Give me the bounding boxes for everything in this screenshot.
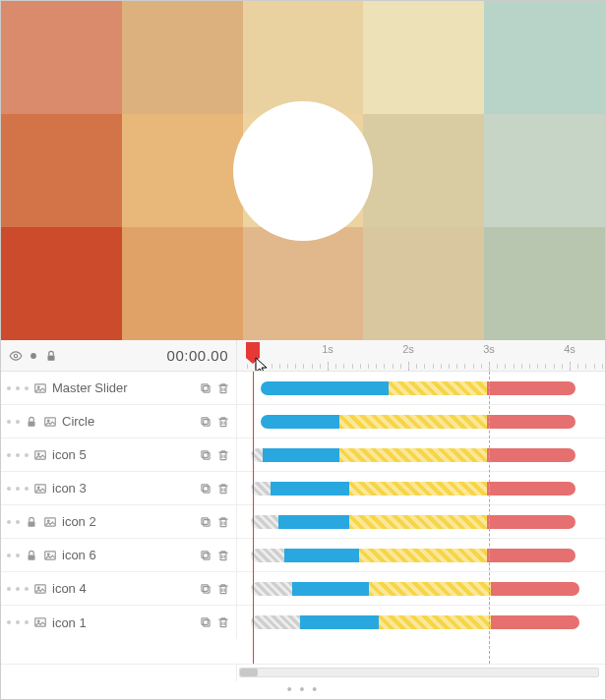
lock-icon[interactable] — [25, 415, 38, 429]
bar-segment-blue[interactable] — [271, 482, 349, 496]
duplicate-button[interactable] — [199, 515, 212, 529]
solo-toggle[interactable] — [16, 620, 20, 624]
bar-segment-gray[interactable] — [251, 515, 278, 529]
lock-toggle[interactable] — [25, 620, 29, 624]
delete-button[interactable] — [216, 615, 230, 629]
layer-name[interactable]: icon 5 — [52, 447, 87, 462]
layer-track[interactable] — [237, 438, 605, 471]
solo-column-icon[interactable] — [27, 349, 40, 363]
solo-toggle[interactable] — [16, 420, 20, 424]
duplicate-button[interactable] — [199, 582, 212, 596]
lock-column-icon[interactable] — [44, 349, 58, 363]
lock-toggle[interactable] — [25, 487, 29, 491]
lock-toggle[interactable] — [25, 453, 29, 457]
duplicate-button[interactable] — [199, 615, 212, 629]
duplicate-button[interactable] — [199, 482, 212, 496]
layer-name[interactable]: icon 1 — [52, 615, 87, 630]
layer-name[interactable]: icon 2 — [62, 514, 96, 529]
bar-segment-red[interactable] — [487, 448, 576, 462]
animation-bar[interactable] — [251, 515, 576, 529]
layer-track[interactable] — [237, 606, 605, 639]
visibility-toggle[interactable] — [7, 420, 11, 424]
bar-segment-blue[interactable] — [292, 582, 369, 596]
bar-segment-yellow[interactable] — [339, 415, 487, 429]
layer-name[interactable]: icon 4 — [52, 581, 87, 596]
animation-bar[interactable] — [261, 381, 576, 395]
solo-toggle[interactable] — [16, 487, 20, 491]
bar-segment-yellow[interactable] — [359, 549, 487, 562]
layer-name[interactable]: Circle — [62, 414, 94, 429]
layer-name[interactable]: icon 6 — [62, 548, 96, 562]
layer-track[interactable] — [237, 572, 605, 605]
scrollbar-thumb[interactable] — [240, 669, 258, 676]
bar-segment-blue[interactable] — [284, 549, 359, 562]
delete-button[interactable] — [216, 415, 230, 429]
solo-toggle[interactable] — [16, 386, 20, 390]
visibility-toggle[interactable] — [7, 587, 11, 591]
layer-name[interactable]: icon 3 — [52, 481, 87, 496]
visibility-toggle[interactable] — [7, 386, 11, 390]
bar-segment-gray[interactable] — [251, 549, 284, 562]
animation-bar[interactable] — [251, 549, 576, 562]
layer-row[interactable]: icon 6 — [1, 539, 605, 572]
bar-segment-yellow[interactable] — [349, 482, 487, 496]
bar-segment-red[interactable] — [491, 615, 579, 629]
animation-bar[interactable] — [251, 448, 576, 462]
animation-bar[interactable] — [261, 415, 576, 429]
visibility-toggle[interactable] — [7, 620, 11, 624]
layer-row[interactable]: icon 3 — [1, 472, 605, 505]
bar-segment-blue[interactable] — [300, 615, 379, 629]
bar-segment-yellow[interactable] — [389, 381, 487, 395]
layer-header[interactable]: Circle — [1, 405, 237, 438]
bar-segment-red[interactable] — [487, 381, 576, 395]
layer-row[interactable]: Master Slider — [1, 372, 605, 405]
visibility-toggle[interactable] — [7, 453, 11, 457]
horizontal-scrollbar[interactable] — [239, 668, 599, 677]
layer-header[interactable]: icon 3 — [1, 472, 237, 504]
layer-row[interactable]: Circle — [1, 405, 605, 438]
bar-segment-blue[interactable] — [261, 415, 339, 429]
visibility-toggle[interactable] — [7, 554, 11, 557]
layer-header[interactable]: icon 1 — [1, 606, 237, 639]
lock-icon[interactable] — [25, 515, 38, 529]
lock-toggle[interactable] — [25, 587, 29, 591]
layer-track[interactable] — [237, 472, 605, 504]
solo-toggle[interactable] — [16, 554, 20, 557]
delete-button[interactable] — [216, 381, 230, 395]
layer-track[interactable] — [237, 505, 605, 538]
solo-toggle[interactable] — [16, 453, 20, 457]
duplicate-button[interactable] — [199, 415, 212, 429]
preview-canvas[interactable] — [1, 1, 605, 340]
bar-segment-red[interactable] — [491, 582, 579, 596]
delete-button[interactable] — [216, 515, 230, 529]
layer-header[interactable]: Master Slider — [1, 372, 237, 404]
bar-segment-blue[interactable] — [278, 515, 349, 529]
bar-segment-yellow[interactable] — [349, 515, 487, 529]
layer-row[interactable]: icon 2 — [1, 505, 605, 539]
bar-segment-gray[interactable] — [251, 615, 300, 629]
layer-name[interactable]: Master Slider — [52, 380, 128, 395]
layer-row[interactable]: icon 5 — [1, 438, 605, 472]
delete-button[interactable] — [216, 549, 230, 562]
visibility-toggle[interactable] — [7, 487, 11, 491]
layer-track[interactable] — [237, 372, 605, 404]
layer-track[interactable] — [237, 539, 605, 571]
bar-segment-red[interactable] — [487, 415, 576, 429]
solo-toggle[interactable] — [16, 520, 20, 524]
layer-header[interactable]: icon 5 — [1, 438, 237, 471]
bar-segment-gray[interactable] — [251, 482, 271, 496]
layer-header[interactable]: icon 4 — [1, 572, 237, 605]
delete-button[interactable] — [216, 482, 230, 496]
bar-segment-yellow[interactable] — [339, 448, 487, 462]
layer-track[interactable] — [237, 405, 605, 438]
animation-bar[interactable] — [251, 482, 576, 496]
animation-bar[interactable] — [251, 615, 579, 629]
visibility-column-icon[interactable] — [9, 349, 23, 363]
time-ruler[interactable]: 1s2s3s4s — [237, 340, 605, 371]
preview-circle[interactable] — [233, 101, 373, 241]
layer-header[interactable]: icon 6 — [1, 539, 237, 571]
duplicate-button[interactable] — [199, 448, 212, 462]
bar-segment-yellow[interactable] — [379, 615, 491, 629]
bar-segment-red[interactable] — [487, 515, 576, 529]
duplicate-button[interactable] — [199, 381, 212, 395]
